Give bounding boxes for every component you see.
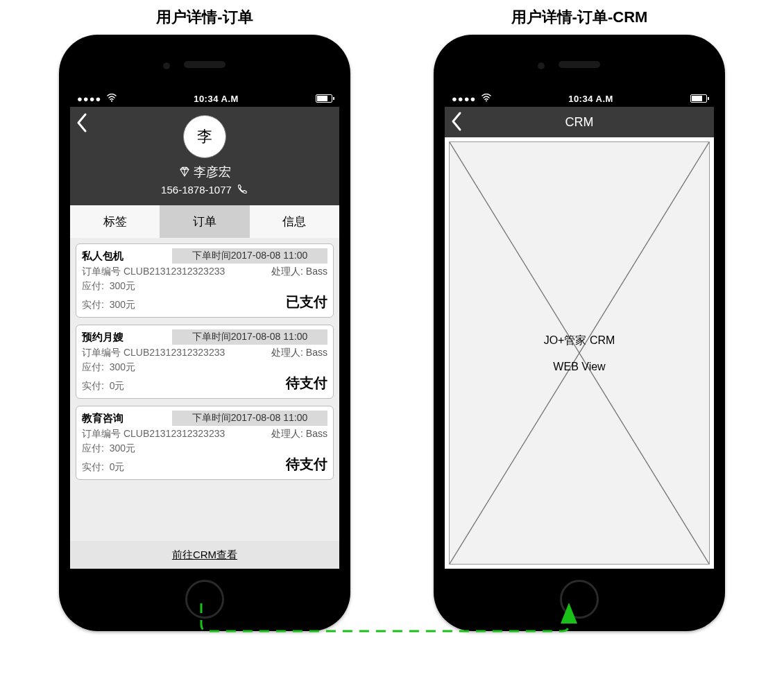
home-button[interactable]: [560, 580, 599, 619]
order-paid: 实付: 0元: [82, 380, 124, 393]
avatar-initial: 李: [197, 126, 212, 147]
order-card[interactable]: 教育咨询下单时间2017-08-08 11:00订单编号 CLUB2131231…: [76, 406, 334, 480]
profile-name: 李彦宏: [194, 164, 231, 180]
order-paid: 实付: 300元: [82, 299, 135, 311]
back-button[interactable]: [76, 112, 88, 133]
back-button[interactable]: [450, 111, 463, 132]
order-card[interactable]: 私人包机下单时间2017-08-08 11:00订单编号 CLUB2131231…: [76, 243, 334, 318]
orders-list: 私人包机下单时间2017-08-08 11:00订单编号 CLUB2131231…: [70, 238, 339, 541]
signal-dots: ●●●●: [452, 94, 476, 104]
order-number: 订单编号 CLUB21312312323233: [82, 428, 225, 440]
screen-title-right: 用户详情-订单-CRM: [511, 7, 648, 28]
placeholder-text-1: JO+管家 CRM: [544, 334, 615, 348]
status-bar: ●●●● 10:34 A.M: [445, 90, 714, 107]
order-status: 待支付: [286, 374, 327, 393]
battery-icon: [690, 94, 707, 103]
status-time: 10:34 A.M: [568, 94, 613, 104]
order-status: 待支付: [286, 455, 327, 474]
order-due: 应付: 300元: [82, 280, 135, 293]
phone-icon[interactable]: [236, 183, 248, 196]
order-time: 下单时间2017-08-08 11:00: [172, 248, 327, 264]
profile-phone: 156-1878-1077: [161, 184, 232, 196]
svg-point-1: [486, 100, 487, 101]
battery-icon: [316, 94, 332, 103]
crm-header-title: CRM: [565, 115, 594, 130]
wifi-icon: [482, 94, 491, 104]
webview-placeholder: JO+管家 CRM WEB View: [449, 141, 710, 565]
svg-point-0: [111, 100, 112, 101]
order-handler: 处理人: Bass: [271, 428, 327, 440]
diamond-icon: [178, 166, 191, 178]
tab-order[interactable]: 订单: [160, 205, 249, 238]
order-time: 下单时间2017-08-08 11:00: [172, 411, 327, 426]
signal-dots: ●●●●: [77, 94, 101, 104]
status-bar: ●●●● 10:34 A.M: [70, 90, 339, 107]
wifi-icon: [107, 94, 117, 104]
status-time: 10:34 A.M: [194, 94, 239, 104]
order-type: 教育咨询: [82, 412, 172, 425]
order-status: 已支付: [286, 293, 327, 311]
order-paid: 实付: 0元: [82, 461, 124, 474]
order-number: 订单编号 CLUB21312312323233: [82, 266, 225, 278]
go-to-crm-link[interactable]: 前往CRM查看: [70, 541, 339, 569]
avatar[interactable]: 李: [183, 115, 226, 158]
screen-title-left: 用户详情-订单: [156, 7, 253, 28]
order-type: 预约月嫂: [82, 331, 172, 344]
crm-header: CRM: [445, 107, 714, 137]
order-due: 应付: 300元: [82, 361, 135, 374]
phone-frame-right: ●●●● 10:34 A.M CRM: [434, 35, 725, 631]
profile-header: 李 李彦宏 156-1878-1077: [70, 107, 339, 205]
tabs: 标签 订单 信息: [70, 205, 339, 238]
placeholder-text-2: WEB View: [553, 361, 605, 373]
order-type: 私人包机: [82, 250, 172, 263]
home-button[interactable]: [185, 580, 224, 619]
order-handler: 处理人: Bass: [271, 347, 327, 359]
tab-tag[interactable]: 标签: [70, 205, 160, 238]
tab-info[interactable]: 信息: [250, 205, 339, 238]
order-number: 订单编号 CLUB21312312323233: [82, 347, 225, 359]
order-handler: 处理人: Bass: [271, 266, 327, 278]
order-time: 下单时间2017-08-08 11:00: [172, 329, 327, 345]
order-card[interactable]: 预约月嫂下单时间2017-08-08 11:00订单编号 CLUB2131231…: [76, 325, 334, 399]
crm-webview[interactable]: JO+管家 CRM WEB View: [445, 137, 714, 569]
phone-frame-left: ●●●● 10:34 A.M 李: [59, 35, 350, 631]
order-due: 应付: 300元: [82, 442, 135, 455]
